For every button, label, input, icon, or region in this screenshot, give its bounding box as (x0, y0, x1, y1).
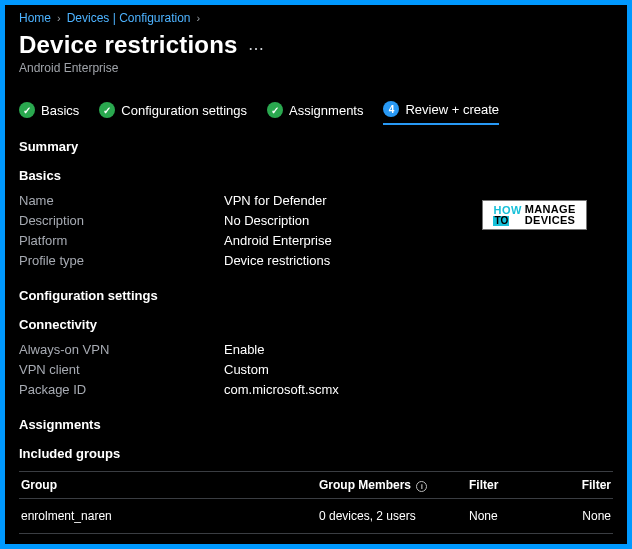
kv-profile-type: Profile type Device restrictions (19, 253, 613, 268)
check-icon (99, 102, 115, 118)
kv-platform: Platform Android Enterprise (19, 233, 613, 248)
summary-heading: Summary (19, 139, 613, 154)
check-icon (267, 102, 283, 118)
watermark-logo: HOW TO MANAGE DEVICES (482, 200, 587, 230)
step-number-icon: 4 (383, 101, 399, 117)
chevron-right-icon: › (197, 12, 201, 24)
kv-value: No Description (224, 213, 309, 228)
kv-key: Platform (19, 233, 224, 248)
kv-key: Profile type (19, 253, 224, 268)
cell-members: 0 devices, 2 users (319, 509, 469, 523)
kv-value: Custom (224, 362, 269, 377)
more-actions-button[interactable]: ⋯ (248, 33, 264, 58)
tab-configuration-settings[interactable]: Configuration settings (99, 101, 247, 125)
kv-value: Device restrictions (224, 253, 330, 268)
tab-review-create[interactable]: 4 Review + create (383, 101, 499, 125)
kv-key: Package ID (19, 382, 224, 397)
cell-filter2: None (569, 509, 613, 523)
col-header-group: Group (19, 478, 319, 492)
page-subtitle: Android Enterprise (19, 61, 613, 75)
breadcrumb-home[interactable]: Home (19, 11, 51, 25)
included-groups-heading: Included groups (19, 446, 613, 461)
kv-key: Always-on VPN (19, 342, 224, 357)
included-groups-table: Group Group Members i Filter Filter enro… (19, 471, 613, 534)
col-header-filter: Filter (469, 478, 569, 492)
page-title: Device restrictions (19, 31, 238, 59)
table-row: enrolment_naren 0 devices, 2 users None … (19, 499, 613, 534)
tab-basics[interactable]: Basics (19, 101, 79, 125)
col-header-filter2: Filter (569, 478, 613, 492)
breadcrumb: Home › Devices | Configuration › (19, 11, 613, 25)
kv-key: Description (19, 213, 224, 228)
breadcrumb-devices-config[interactable]: Devices | Configuration (67, 11, 191, 25)
tab-assignments[interactable]: Assignments (267, 101, 363, 125)
tab-label: Basics (41, 103, 79, 118)
tab-label: Assignments (289, 103, 363, 118)
basics-heading: Basics (19, 168, 613, 183)
cell-group: enrolment_naren (19, 509, 319, 523)
tab-label: Configuration settings (121, 103, 247, 118)
assignments-heading: Assignments (19, 417, 613, 432)
info-icon[interactable]: i (416, 481, 427, 492)
col-header-members: Group Members i (319, 478, 469, 492)
kv-value: Android Enterprise (224, 233, 332, 248)
kv-key: VPN client (19, 362, 224, 377)
kv-value: com.microsoft.scmx (224, 382, 339, 397)
kv-value: VPN for Defender (224, 193, 327, 208)
kv-always-on-vpn: Always-on VPN Enable (19, 342, 613, 357)
kv-package-id: Package ID com.microsoft.scmx (19, 382, 613, 397)
kv-vpn-client: VPN client Custom (19, 362, 613, 377)
table-header-row: Group Group Members i Filter Filter (19, 471, 613, 499)
chevron-right-icon: › (57, 12, 61, 24)
config-settings-heading: Configuration settings (19, 288, 613, 303)
connectivity-heading: Connectivity (19, 317, 613, 332)
cell-filter: None (469, 509, 569, 523)
check-icon (19, 102, 35, 118)
kv-value: Enable (224, 342, 264, 357)
wizard-tabs: Basics Configuration settings Assignment… (19, 101, 613, 125)
kv-key: Name (19, 193, 224, 208)
tab-label: Review + create (405, 102, 499, 117)
